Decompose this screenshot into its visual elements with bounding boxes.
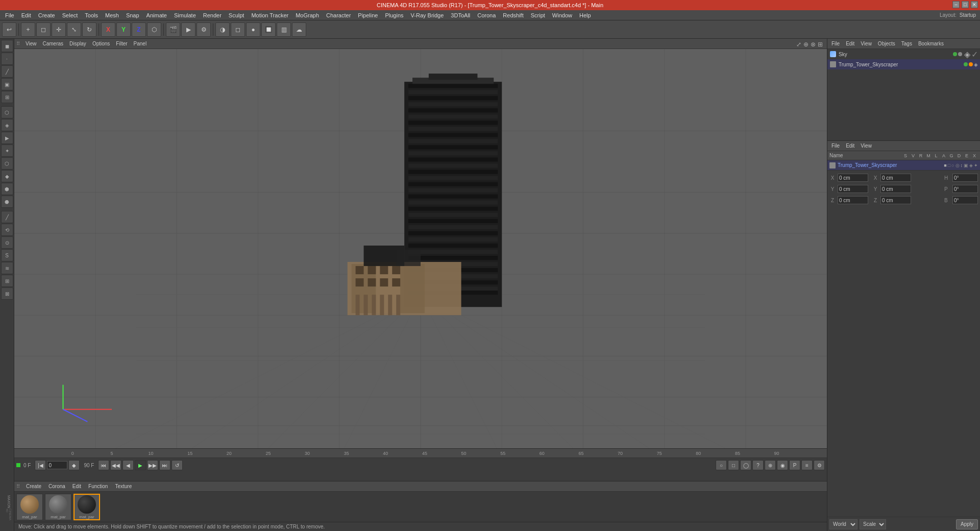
play-forward[interactable]: ▶	[135, 460, 146, 470]
material-item-2[interactable]: mat_par	[74, 494, 100, 520]
timeline-icon-1[interactable]: ○	[716, 460, 727, 470]
viewport-canvas[interactable]: Grid Spacing : 10000 cm	[14, 49, 827, 448]
layout-value[interactable]: Startup	[958, 12, 978, 18]
left-btn-edges[interactable]: ╱	[1, 65, 13, 78]
move-button[interactable]: ✛	[52, 22, 66, 37]
play-forward-one[interactable]: ▶▶	[147, 460, 158, 470]
menu-animate[interactable]: Animate	[143, 11, 170, 19]
undo-button[interactable]: ↩	[2, 22, 16, 37]
menu-mograph[interactable]: MoGraph	[292, 11, 322, 19]
left-btn-8[interactable]: ⬣	[1, 196, 13, 208]
menu-tools[interactable]: Tools	[82, 11, 101, 19]
apply-button[interactable]: Apply	[956, 519, 978, 529]
menu-vray[interactable]: V-Ray Bridge	[408, 11, 447, 19]
z-axis-button[interactable]: Z	[132, 22, 146, 37]
left-btn-11[interactable]: ⊙	[1, 236, 13, 249]
close-button[interactable]: ✕	[971, 1, 978, 8]
play-back[interactable]: ◀◀	[110, 460, 121, 470]
left-btn-10[interactable]: ⟲	[1, 224, 13, 236]
expand-viewport-icon[interactable]: ⤢	[796, 41, 801, 48]
timeline-settings[interactable]: ⚙	[814, 460, 825, 470]
coord-y-rot[interactable]	[880, 185, 911, 193]
scale-button[interactable]: ⤡	[67, 22, 81, 37]
timeline-icon-5[interactable]: ⊕	[765, 460, 776, 470]
menu-corona[interactable]: Corona	[474, 11, 499, 19]
floor-button[interactable]: ▥	[277, 22, 291, 37]
obj-row-trump-tower[interactable]: Trump_Tower_Skyscraper ◈	[827, 59, 980, 69]
coord-x-rot[interactable]	[880, 174, 911, 182]
render-active-button[interactable]: ▶	[181, 22, 195, 37]
coord-b-input[interactable]	[952, 196, 978, 204]
local-axis-button[interactable]: ⬡	[147, 22, 161, 37]
coord-h-input[interactable]	[952, 174, 978, 182]
keyframe-button[interactable]: ◆	[68, 460, 80, 470]
menu-redshift[interactable]: Redshift	[500, 11, 526, 19]
left-btn-7[interactable]: ⬢	[1, 183, 13, 195]
minimize-button[interactable]: –	[952, 1, 960, 8]
menu-create[interactable]: Create	[35, 11, 58, 19]
texture-button[interactable]: 🔲	[261, 22, 276, 37]
left-btn-3[interactable]: ▶	[1, 132, 13, 144]
menu-window[interactable]: Window	[549, 11, 575, 19]
menu-edit[interactable]: Edit	[18, 11, 34, 19]
material-item-1[interactable]: mat_par	[45, 494, 71, 520]
menu-snap[interactable]: Snap	[123, 11, 142, 19]
obj-edit-button[interactable]: Edit	[844, 41, 856, 46]
play-back-one[interactable]: ◀	[122, 460, 134, 470]
coord-x-pos[interactable]	[838, 174, 868, 182]
coord-z-rot[interactable]	[880, 196, 911, 204]
attr-view-button[interactable]: View	[859, 143, 874, 149]
coord-p-input[interactable]	[952, 185, 978, 193]
attr-edit-button[interactable]: Edit	[844, 143, 856, 149]
frame-input[interactable]	[47, 461, 67, 469]
timeline-icon-7[interactable]: ≡	[801, 460, 813, 470]
left-btn-points[interactable]: ·	[1, 53, 13, 65]
coord-z-pos[interactable]	[838, 196, 868, 204]
viewport-filter-button[interactable]: Filter	[113, 40, 130, 47]
menu-character[interactable]: Character	[323, 11, 354, 19]
menu-simulate[interactable]: Simulate	[171, 11, 199, 19]
render-settings-button[interactable]: ⚙	[197, 22, 211, 37]
new-object-button[interactable]: +	[21, 22, 35, 37]
timeline-icon-2[interactable]: □	[728, 460, 739, 470]
viewport-panel-button[interactable]: Panel	[131, 40, 150, 47]
viewport-area[interactable]: ⠿ View Cameras Display Options Filter Pa…	[14, 39, 827, 448]
go-to-start[interactable]: ⏮	[98, 460, 109, 470]
menu-mesh[interactable]: Mesh	[102, 11, 122, 19]
wireframe-button[interactable]: ◻	[231, 22, 245, 37]
fullscreen-icon[interactable]: ⊞	[818, 41, 823, 48]
obj-tags-button[interactable]: Tags	[899, 41, 914, 46]
menu-plugins[interactable]: Plugins	[382, 11, 406, 19]
mat-create-button[interactable]: Create	[23, 483, 44, 490]
menu-3dtoall[interactable]: 3DToAll	[448, 11, 473, 19]
obj-objects-button[interactable]: Objects	[876, 41, 897, 46]
menu-select[interactable]: Select	[59, 11, 81, 19]
left-btn-2[interactable]: ◈	[1, 119, 13, 131]
menu-render[interactable]: Render	[200, 11, 225, 19]
maximize-button[interactable]: □	[962, 1, 969, 8]
timeline-icon-4[interactable]: ?	[752, 460, 764, 470]
menu-script[interactable]: Script	[528, 11, 548, 19]
obj-bookmarks-button[interactable]: Bookmarks	[916, 41, 946, 46]
loop-button[interactable]: ↺	[172, 460, 183, 470]
mat-texture-button[interactable]: Texture	[112, 483, 135, 490]
menu-pipeline[interactable]: Pipeline	[355, 11, 381, 19]
left-btn-13[interactable]: ⊞	[1, 275, 13, 287]
attr-file-button[interactable]: File	[829, 143, 842, 149]
menu-file[interactable]: File	[2, 11, 17, 19]
left-btn-1[interactable]: ⬡	[1, 106, 13, 118]
scale-select[interactable]: Scale Size	[860, 519, 886, 529]
world-select[interactable]: World Object	[829, 519, 857, 529]
viewport-options-button[interactable]: Options	[90, 40, 112, 47]
left-btn-14[interactable]: ⊠	[1, 287, 13, 300]
select-button[interactable]: ◻	[36, 22, 51, 37]
timeline-icon-3[interactable]: ◯	[740, 460, 751, 470]
left-btn-s[interactable]: S	[1, 249, 13, 261]
x-axis-button[interactable]: X	[101, 22, 115, 37]
menu-help[interactable]: Help	[576, 11, 594, 19]
left-btn-uv[interactable]: ⊞	[1, 91, 13, 103]
left-btn-model[interactable]: ◼	[1, 40, 13, 52]
menu-sculpt[interactable]: Sculpt	[226, 11, 248, 19]
mat-corona-button[interactable]: Corona	[45, 483, 68, 490]
left-btn-polygon[interactable]: ▣	[1, 78, 13, 90]
